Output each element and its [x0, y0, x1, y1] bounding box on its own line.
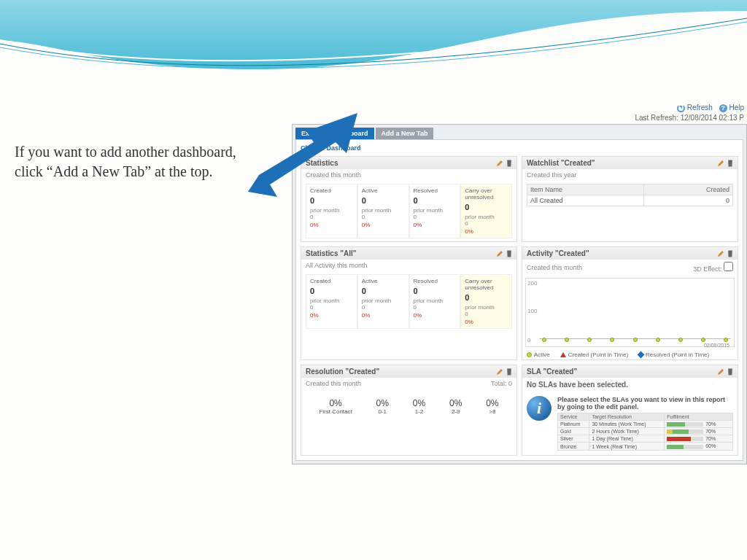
delete-icon[interactable]: [727, 250, 733, 257]
panel-subtitle: Created this month: [306, 380, 361, 387]
slide-banner: [0, 0, 747, 102]
delete-icon[interactable]: [727, 160, 733, 167]
edit-icon[interactable]: [717, 368, 724, 376]
table-row: Gold2 Hours (Work Time)70%: [558, 428, 733, 435]
resolution-cell: 0%1-2: [413, 398, 425, 415]
resolution-cell: 0%First Contact: [319, 398, 352, 415]
stat-cell: Carry over unresolved0 prior month00%: [460, 274, 512, 329]
panel-title: Watchlist "Created": [527, 159, 595, 167]
stat-cell: Resolved0 prior month00%: [409, 274, 461, 329]
table-row: Platinum30 Minutes (Work Time)70%: [558, 421, 733, 428]
panel-title: Statistics "All": [306, 249, 357, 257]
stat-cell: Created0 prior month00%: [306, 274, 357, 329]
delete-icon[interactable]: [506, 368, 512, 376]
panel-title: Activity "Created": [527, 249, 589, 257]
panel-resolution: Resolution "Created" Created this month …: [301, 365, 517, 456]
y-tick: 0: [527, 337, 530, 343]
col-created: Created: [643, 184, 732, 195]
instruction-text: If you want to add another dashboard, cl…: [15, 142, 255, 182]
chart-legend: Active Created (Point in Time) Resolved …: [522, 350, 738, 359]
refresh-icon: [677, 104, 685, 112]
3d-effect-label: 3D Effect:: [693, 265, 721, 273]
help-link[interactable]: Help: [729, 104, 744, 112]
delete-icon[interactable]: [727, 368, 733, 376]
activity-chart: 200 100 0 02/08/2015: [525, 278, 735, 347]
legend-active-icon: [527, 352, 532, 357]
table-row[interactable]: All Created0: [527, 195, 733, 206]
table-row: Bronze1 Week (Real Time)60%: [558, 443, 733, 450]
refresh-link[interactable]: Refresh: [687, 104, 713, 112]
edit-icon[interactable]: [717, 160, 724, 167]
no-sla-message: No SLAs have been selected.: [522, 378, 738, 392]
resolution-cell: 0%0-1: [376, 398, 389, 415]
resolution-cell: 0%>8: [486, 398, 498, 415]
3d-effect-checkbox[interactable]: [724, 262, 733, 271]
stat-cell: Carry over unresolved0 prior month00%: [460, 184, 512, 238]
y-tick: 100: [527, 308, 537, 314]
help-icon: ?: [719, 104, 727, 112]
edit-icon[interactable]: [717, 250, 724, 257]
legend-resolved-icon: [638, 351, 645, 359]
total-value: 0: [508, 380, 512, 387]
stat-cell: Resolved0 prior month00%: [409, 184, 461, 238]
sla-example-table: ServiceTarget ResolutionFulfilment Plati…: [557, 413, 733, 451]
delete-icon[interactable]: [506, 160, 512, 167]
watchlist-table: Item NameCreated All Created0: [527, 184, 733, 206]
x-date: 02/08/2015: [704, 343, 729, 348]
arrow-annotation: [244, 113, 390, 201]
edit-icon[interactable]: [496, 160, 503, 167]
panel-watchlist: Watchlist "Created" Created this year It…: [522, 156, 738, 242]
panel-sla: SLA "Created" No SLAs have been selected…: [522, 365, 738, 456]
col-item: Item Name: [527, 184, 644, 195]
resolution-cell: 0%2-8: [449, 398, 462, 415]
edit-icon[interactable]: [496, 368, 503, 376]
edit-icon[interactable]: [496, 250, 503, 257]
panel-subtitle: Created this year: [527, 171, 577, 179]
y-tick: 200: [527, 280, 537, 287]
stat-cell: Active0 prior month00%: [357, 274, 409, 329]
panel-subtitle: All Activity this month: [306, 262, 368, 269]
svg-marker-0: [248, 113, 357, 197]
table-row: Silver1 Day (Real Time)70%: [558, 435, 733, 443]
last-refresh-label: Last Refresh:: [635, 114, 678, 122]
total-label: Total:: [491, 380, 507, 387]
last-refresh-value: 12/08/2014 02:13 P: [681, 114, 744, 122]
sla-instruction: Please select the SLAs you want to view …: [557, 396, 733, 411]
legend-created-icon: [560, 352, 566, 357]
panel-statistics-all: Statistics "All" All Activity this month…: [301, 246, 517, 360]
info-icon: i: [527, 396, 551, 421]
delete-icon[interactable]: [506, 250, 512, 257]
panel-title: SLA "Created": [527, 368, 577, 376]
panel-activity: Activity "Created" Created this month 3D…: [522, 246, 738, 360]
panel-subtitle: Created this month: [527, 264, 582, 271]
panel-title: Resolution "Created": [306, 368, 379, 376]
